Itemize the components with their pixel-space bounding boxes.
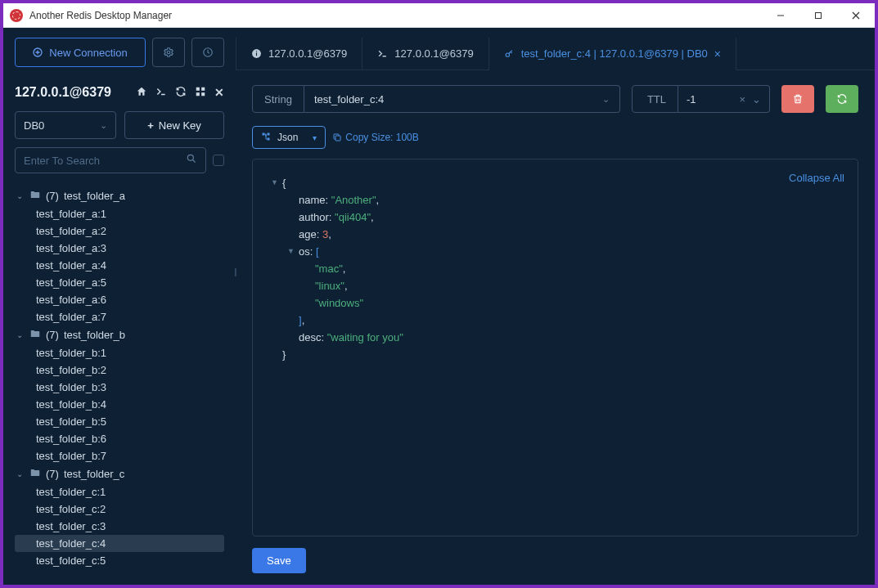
new-connection-button[interactable]: New Connection bbox=[15, 38, 146, 67]
type-select[interactable]: String bbox=[252, 85, 304, 113]
tree-key[interactable]: test_folder_c:1 bbox=[15, 483, 224, 500]
tree-key[interactable]: test_folder_a:3 bbox=[15, 240, 224, 257]
log-button[interactable] bbox=[191, 38, 224, 67]
svg-rect-10 bbox=[256, 52, 257, 56]
new-key-label: New Key bbox=[159, 119, 201, 132]
connection-name[interactable]: 127.0.0.1@6379 bbox=[15, 85, 136, 100]
tree-key[interactable]: test_folder_b:7 bbox=[15, 447, 224, 465]
close-button[interactable] bbox=[837, 3, 875, 28]
search-box[interactable] bbox=[15, 147, 206, 173]
tree-key[interactable]: test_folder_c:3 bbox=[15, 518, 224, 535]
svg-rect-0 bbox=[816, 12, 822, 18]
tree-key[interactable]: test_folder_c:5 bbox=[15, 552, 224, 569]
key-tree[interactable]: ⌄(7) test_folder_atest_folder_a:1test_fo… bbox=[15, 186, 224, 585]
save-button[interactable]: Save bbox=[252, 548, 306, 573]
ttl-label: TTL bbox=[647, 93, 666, 105]
tree-key[interactable]: test_folder_c:2 bbox=[15, 500, 224, 518]
new-key-button[interactable]: + New Key bbox=[124, 111, 224, 139]
app-icon bbox=[10, 9, 23, 22]
collapse-all-button[interactable]: Collapse All bbox=[789, 169, 844, 186]
tree-key[interactable]: test_folder_a:2 bbox=[15, 222, 224, 240]
ttl-input[interactable]: -1 × ⌄ bbox=[678, 85, 770, 113]
format-label: Json bbox=[277, 132, 298, 143]
svg-rect-15 bbox=[268, 137, 270, 140]
ttl-confirm-icon[interactable]: ⌄ bbox=[749, 93, 761, 105]
json-string: "mac" bbox=[315, 263, 343, 275]
exact-match-checkbox[interactable] bbox=[213, 155, 224, 166]
json-key: os: bbox=[299, 245, 313, 258]
tree-key[interactable]: test_folder_a:6 bbox=[15, 291, 224, 308]
svg-rect-7 bbox=[201, 92, 205, 96]
refresh-button[interactable] bbox=[826, 85, 858, 113]
cli-icon[interactable] bbox=[155, 86, 167, 99]
tree-folder[interactable]: ⌄(7) test_folder_c bbox=[15, 465, 224, 483]
folder-icon bbox=[29, 467, 41, 481]
sidebar: New Connection 127.0.0.1@6379 ✕ bbox=[3, 28, 236, 585]
tree-key[interactable]: test_folder_a:1 bbox=[15, 205, 224, 222]
json-string: "waiting for you" bbox=[327, 331, 403, 343]
format-select[interactable]: Json ▾ bbox=[252, 126, 326, 149]
tree-folder[interactable]: ⌄(7) test_folder_a bbox=[15, 186, 224, 205]
tree-key[interactable]: test_folder_b:1 bbox=[15, 344, 224, 361]
svg-rect-14 bbox=[268, 132, 270, 135]
json-string: "linux" bbox=[315, 280, 344, 292]
tab-close-icon[interactable]: × bbox=[714, 47, 721, 61]
tab-info[interactable]: 127.0.0.1@6379 bbox=[236, 38, 362, 70]
search-icon[interactable] bbox=[186, 153, 197, 168]
minimize-button[interactable] bbox=[762, 3, 799, 28]
key-name-value: test_folder_c:4 bbox=[314, 93, 384, 105]
tree-key[interactable]: test_folder_c:4 bbox=[15, 535, 224, 552]
folder-name: test_folder_a bbox=[64, 190, 125, 202]
chevron-down-icon[interactable]: ⌄ bbox=[602, 94, 610, 105]
settings-button[interactable] bbox=[152, 38, 185, 67]
json-key: age: bbox=[299, 228, 319, 240]
ttl-clear-icon[interactable]: × bbox=[736, 93, 749, 105]
grid-icon[interactable] bbox=[195, 86, 206, 99]
svg-rect-11 bbox=[256, 51, 257, 52]
maximize-button[interactable] bbox=[799, 3, 837, 28]
type-select-label: String bbox=[264, 93, 292, 105]
tree-key[interactable]: test_folder_b:3 bbox=[15, 379, 224, 396]
copy-button[interactable]: Copy Size: 100B bbox=[332, 132, 418, 143]
db-select[interactable]: DB0 ⌄ bbox=[15, 111, 116, 139]
tree-key[interactable]: test_folder_a:4 bbox=[15, 257, 224, 274]
tab-label: 127.0.0.1@6379 bbox=[394, 47, 473, 60]
window-title: Another Redis Desktop Manager bbox=[29, 10, 172, 21]
search-input[interactable] bbox=[24, 155, 186, 167]
tree-key[interactable]: test_folder_a:7 bbox=[15, 308, 224, 325]
tree-key[interactable]: test_folder_b:6 bbox=[15, 430, 224, 447]
sidebar-drag-handle[interactable]: || bbox=[234, 267, 236, 276]
delete-button[interactable] bbox=[781, 85, 814, 113]
json-key: name: bbox=[299, 194, 328, 206]
folder-count: (7) bbox=[46, 468, 59, 480]
svg-point-8 bbox=[187, 155, 193, 160]
svg-point-2 bbox=[167, 51, 170, 54]
ttl-value: -1 bbox=[687, 93, 696, 105]
refresh-icon[interactable] bbox=[175, 86, 187, 99]
tree-key[interactable]: test_folder_b:5 bbox=[15, 413, 224, 430]
tree-key[interactable]: test_folder_b:2 bbox=[15, 361, 224, 379]
title-bar: Another Redis Desktop Manager bbox=[3, 3, 875, 28]
tab-label: 127.0.0.1@6379 bbox=[268, 47, 347, 60]
copy-label: Copy Size: 100B bbox=[345, 132, 418, 143]
tree-key[interactable]: test_folder_a:5 bbox=[15, 274, 224, 291]
home-icon[interactable] bbox=[136, 86, 147, 99]
ttl-label-box: TTL bbox=[632, 85, 678, 113]
value-viewer[interactable]: Collapse All ▼{ name: "Another", author:… bbox=[252, 159, 858, 536]
folder-name: test_folder_b bbox=[64, 329, 125, 341]
json-string: "windows" bbox=[315, 297, 363, 309]
disconnect-icon[interactable]: ✕ bbox=[214, 86, 224, 99]
tree-key[interactable]: test_folder_b:4 bbox=[15, 396, 224, 413]
json-string: "qii404" bbox=[335, 211, 371, 223]
tree-folder[interactable]: ⌄(7) test_folder_b bbox=[15, 325, 224, 344]
json-brace: } bbox=[282, 348, 286, 361]
svg-point-12 bbox=[506, 53, 509, 56]
main-panel: 127.0.0.1@6379 127.0.0.1@6379 test_folde… bbox=[236, 28, 875, 585]
json-bracket: [ bbox=[316, 245, 319, 258]
tab-key[interactable]: test_folder_c:4 | 127.0.0.1@6379 | DB0 × bbox=[489, 38, 736, 70]
tabs: 127.0.0.1@6379 127.0.0.1@6379 test_folde… bbox=[236, 38, 875, 70]
key-name-input[interactable]: test_folder_c:4 ⌄ bbox=[304, 85, 620, 113]
tab-cli[interactable]: 127.0.0.1@6379 bbox=[362, 38, 489, 70]
folder-name: test_folder_c bbox=[64, 468, 124, 480]
svg-rect-13 bbox=[263, 132, 265, 135]
